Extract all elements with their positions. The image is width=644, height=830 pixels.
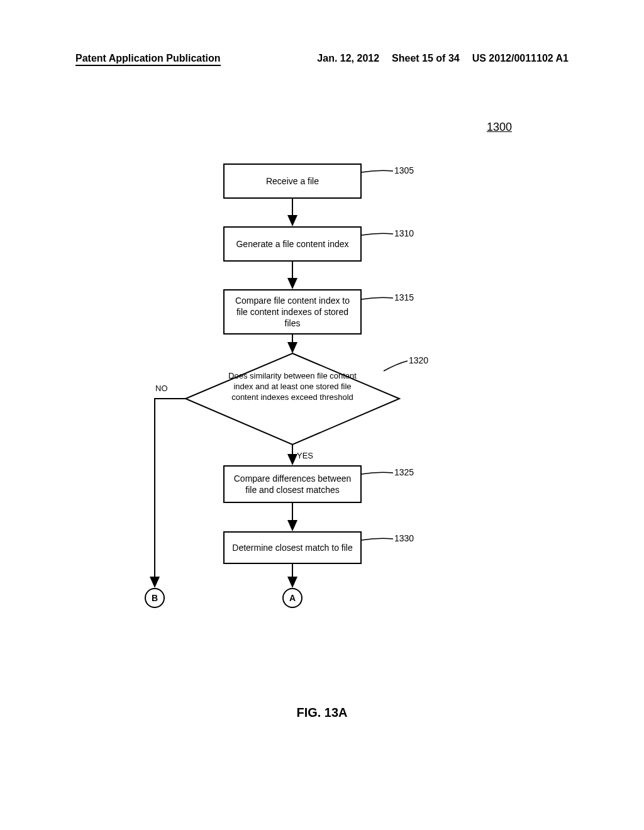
connector-label: B	[152, 593, 158, 603]
connector-a: A	[282, 588, 303, 608]
figure-caption: FIG. 13A	[0, 706, 644, 720]
process-text: Receive a file	[266, 175, 319, 187]
process-generate-index: Generate a file content index	[223, 226, 362, 262]
header-publication: Patent Application Publication	[75, 53, 221, 66]
ref-1305: 1305	[394, 165, 414, 175]
process-determine-match: Determine closest match to file	[223, 531, 362, 564]
process-text: Generate a file content index	[236, 238, 348, 250]
page-header: Patent Application Publication Jan. 12, …	[75, 53, 569, 66]
header-meta: Jan. 12, 2012 Sheet 15 of 34 US 2012/001…	[317, 53, 569, 66]
header-pubnum: US 2012/0011102 A1	[472, 53, 569, 66]
process-text: Compare file content index to file conte…	[230, 295, 355, 329]
ref-1315: 1315	[394, 292, 414, 302]
decision-text: Does similarity between file content ind…	[223, 371, 362, 403]
ref-1330: 1330	[394, 533, 414, 543]
connector-label: A	[289, 593, 296, 603]
ref-1310: 1310	[394, 228, 414, 238]
process-receive-file: Receive a file	[223, 163, 362, 199]
process-text: Determine closest match to file	[232, 542, 352, 553]
ref-1320: 1320	[409, 355, 428, 365]
edge-no: NO	[155, 384, 168, 393]
process-text: Compare differences between file and clo…	[230, 473, 355, 495]
edge-yes: YES	[297, 451, 313, 460]
connector-b: B	[145, 588, 165, 608]
figure-number: 1300	[487, 121, 512, 134]
ref-1325: 1325	[394, 467, 414, 477]
process-compare-differences: Compare differences between file and clo…	[223, 465, 362, 503]
header-date: Jan. 12, 2012	[317, 53, 379, 66]
process-compare-indexes: Compare file content index to file conte…	[223, 289, 362, 335]
header-sheet: Sheet 15 of 34	[392, 53, 460, 66]
